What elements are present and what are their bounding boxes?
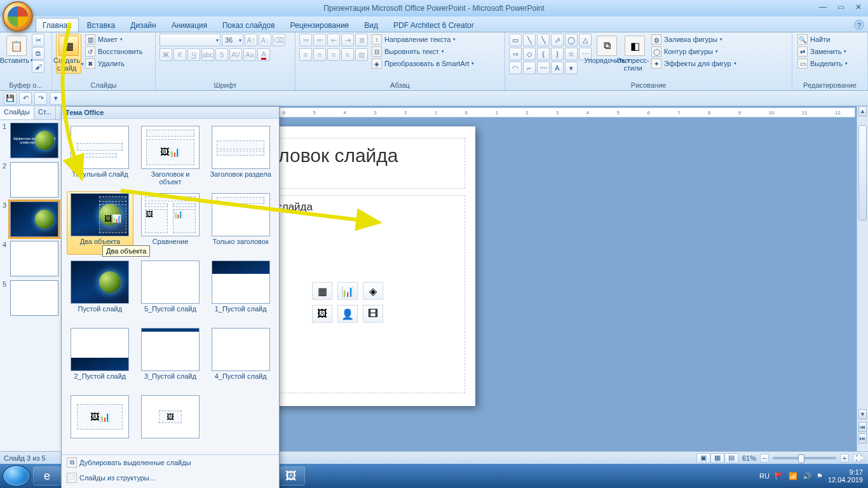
font-size-combo[interactable]: 36 [222,34,243,46]
shape-arr2-button[interactable]: ⇨ [509,48,522,60]
layout-option-1[interactable]: 🖼📊Заголовок и объект [137,124,204,187]
view-slideshow-button[interactable]: ▤ [724,453,738,463]
shape-brace2-button[interactable]: } [551,48,564,60]
vertical-scrollbar[interactable]: ▲ ▼ ⏮ ⏭ [857,106,868,451]
new-slide-button[interactable]: ▦ Создать слайд▾ [56,34,81,74]
zoom-slider[interactable] [773,457,836,459]
fit-window-button[interactable]: ⛶ [853,454,864,463]
indent-button[interactable]: ⇥ [341,34,354,46]
shape-tri-button[interactable]: △ [579,34,592,46]
next-slide-button[interactable]: ⏭ [858,433,867,444]
shape-rect-button[interactable]: ▭ [509,34,522,46]
tray-network-icon[interactable]: 📶 [789,472,797,480]
font-color-button[interactable]: A [257,48,270,61]
align-right-button[interactable]: ≡ [327,48,340,61]
tab-insert[interactable]: Вставка [80,18,123,32]
zoom-in-button[interactable]: + [840,454,849,463]
tab-pdf[interactable]: PDF Architect 6 Creator [386,18,481,32]
scroll-thumb[interactable] [858,125,867,220]
find-button[interactable]: 🔍Найти [796,34,849,45]
office-button[interactable] [3,1,33,32]
layout-option-8[interactable]: 1_Пустой слайд [207,259,274,322]
shape-effects-button[interactable]: ✦Эффекты для фигур▾ [650,58,738,69]
insert-smartart-icon[interactable]: ◈ [363,282,383,300]
tray-flag-icon[interactable]: 🚩 [775,472,783,480]
tray-sound-icon[interactable]: 🔊 [803,472,811,480]
tray-clock[interactable]: 9:17 12.04.2019 [828,468,863,484]
taskbar-pictures[interactable]: 🖼 [277,466,305,485]
align-text-button[interactable]: ⊟Выровнять текст▾ [370,46,475,57]
shape-free-button[interactable]: 〰 [537,62,550,74]
shape-text-button[interactable]: A [551,62,564,74]
tab-view[interactable]: Вид [357,18,385,32]
spacing-button[interactable]: AV [229,48,242,61]
delete-button[interactable]: ✖Удалить [84,58,144,69]
thumbnail-slide-3[interactable]: 3 [3,201,59,237]
undo-button[interactable]: ↶ [19,92,32,105]
reset-button[interactable]: ↺Восстановить [84,46,144,57]
shape-diam-button[interactable]: ◇ [523,48,536,60]
tab-home[interactable]: Главная [36,18,79,32]
layout-option-10[interactable]: 3_Пустой слайд [137,326,204,390]
quick-styles-button[interactable]: ◧Экспресс-стили▾ [622,34,648,74]
text-direction-button[interactable]: ↕Направление текста▾ [370,34,475,45]
pane-tab-outline[interactable]: Ст... [34,106,56,119]
reuse-slides-item[interactable]: 🔁Повторное использование слайдов... [62,485,279,488]
start-button[interactable] [3,465,31,487]
thumbnail-slide-1[interactable]: 1Эффектное название вашей слайд-презента… [3,123,59,158]
insert-media-icon[interactable]: 🎞 [363,305,383,323]
scroll-up-button[interactable]: ▲ [858,106,867,116]
copy-button[interactable]: ⧉ [32,47,44,60]
tray-lang[interactable]: RU [759,472,770,480]
shape-star-button[interactable]: ☆ [565,48,578,60]
shape-oval-button[interactable]: ◯ [565,34,578,46]
tab-slideshow[interactable]: Показ слайдов [215,18,282,32]
insert-chart-icon[interactable]: 📊 [337,282,358,300]
columns-button[interactable]: ▥ [355,48,368,61]
shape-arc-button[interactable]: ◠ [509,62,522,74]
minimize-button[interactable]: — [817,3,829,11]
layout-option-7[interactable]: 5_Пустой слайд [137,259,204,322]
format-painter-button[interactable]: 🖌 [32,60,44,73]
shadow-button[interactable]: S [215,48,228,61]
layout-option-5[interactable]: Только заголовок [207,191,274,255]
prev-slide-button[interactable]: ⏮ [858,422,867,432]
layout-option-6[interactable]: Пустой слайд [67,259,133,322]
slides-from-outline-item[interactable]: 📄Слайды из структуры... [62,470,279,485]
tab-animation[interactable]: Анимация [165,18,214,32]
justify-button[interactable]: ≡ [341,48,354,61]
taskbar-ie[interactable]: e [33,466,61,485]
shape-outline-button[interactable]: ◯Контур фигуры▾ [650,46,738,57]
linespacing-button[interactable]: ≣ [355,34,368,46]
thumbnail-slide-2[interactable]: 2 [3,162,59,198]
shape-fill-button[interactable]: ◍Заливка фигуры▾ [650,34,738,45]
align-left-button[interactable]: ≡ [299,48,312,61]
save-button[interactable]: 💾 [4,92,17,105]
smartart-button[interactable]: ◈Преобразовать в SmartArt▾ [370,58,475,69]
thumbnail-slide-4[interactable]: 4 [3,241,59,276]
tab-review[interactable]: Рецензирование [283,18,356,32]
tab-design[interactable]: Дизайн [123,18,163,32]
select-button[interactable]: ▭Выделить▾ [796,58,849,69]
scroll-down-button[interactable]: ▼ [858,409,867,419]
zoom-out-button[interactable]: − [760,454,769,463]
arrange-button[interactable]: ⧉Упорядочить▾ [594,34,620,66]
shape-arrow-button[interactable]: ⬀ [551,34,564,46]
help-button[interactable]: ? [854,20,864,30]
layout-button[interactable]: ▥Макет▾ [84,34,144,45]
bullets-button[interactable]: ≔ [299,34,312,46]
font-family-combo[interactable] [159,34,220,46]
redo-button[interactable]: ↷ [34,92,47,105]
view-normal-button[interactable]: ▣ [696,453,710,463]
shape-brace-button[interactable]: { [537,48,550,60]
shape-line2-button[interactable]: ╲ [537,34,550,46]
layout-option-0[interactable]: Титульный слайд [67,124,133,187]
pane-tab-slides[interactable]: Слайды [0,106,34,119]
layout-option-11[interactable]: 4_Пустой слайд [207,326,274,390]
layout-option-9[interactable]: 2_Пустой слайд [67,326,133,390]
maximize-button[interactable]: ▭ [835,3,846,11]
numbering-button[interactable]: ≕ [313,34,326,46]
clear-format-button[interactable]: ⌫ [273,34,285,46]
grow-font-button[interactable]: A↑ [245,34,257,46]
insert-table-icon[interactable]: ▦ [312,282,332,300]
